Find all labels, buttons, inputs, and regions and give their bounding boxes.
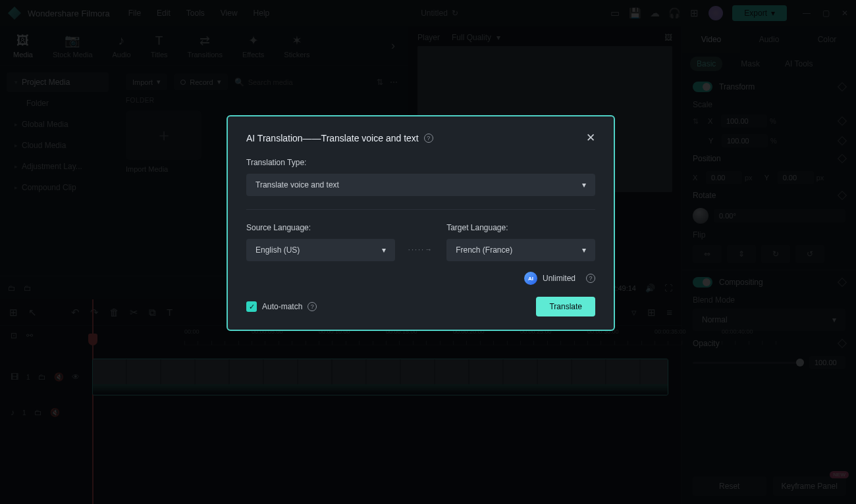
ai-translation-modal: AI Translation——Translate voice and text… bbox=[227, 115, 615, 331]
modal-title: AI Translation——Translate voice and text bbox=[246, 133, 419, 143]
chevron-down-icon: ▾ bbox=[582, 180, 586, 189]
translate-button[interactable]: Translate bbox=[536, 297, 595, 316]
chevron-down-icon: ▾ bbox=[382, 245, 386, 255]
close-icon[interactable]: ✕ bbox=[586, 131, 595, 145]
info-icon[interactable]: ? bbox=[586, 274, 595, 283]
target-lang-label: Target Language: bbox=[446, 223, 595, 232]
source-lang-select[interactable]: English (US)▾ bbox=[246, 239, 395, 261]
info-icon[interactable]: ? bbox=[308, 302, 317, 311]
automatch-label: Auto-match bbox=[262, 302, 302, 311]
translation-type-select[interactable]: Translate voice and text▾ bbox=[246, 174, 595, 196]
arrow-icon: ·····→ bbox=[408, 245, 433, 261]
translation-type-label: Translation Type: bbox=[246, 158, 595, 167]
ai-badge-icon: AI bbox=[524, 272, 537, 285]
source-lang-label: Source Language: bbox=[246, 223, 395, 232]
target-lang-select[interactable]: French (France)▾ bbox=[446, 239, 595, 261]
credits-label: Unlimited bbox=[543, 274, 575, 283]
automatch-checkbox[interactable]: ✓ bbox=[246, 301, 257, 312]
chevron-down-icon: ▾ bbox=[582, 245, 586, 255]
info-icon[interactable]: ? bbox=[424, 134, 433, 143]
